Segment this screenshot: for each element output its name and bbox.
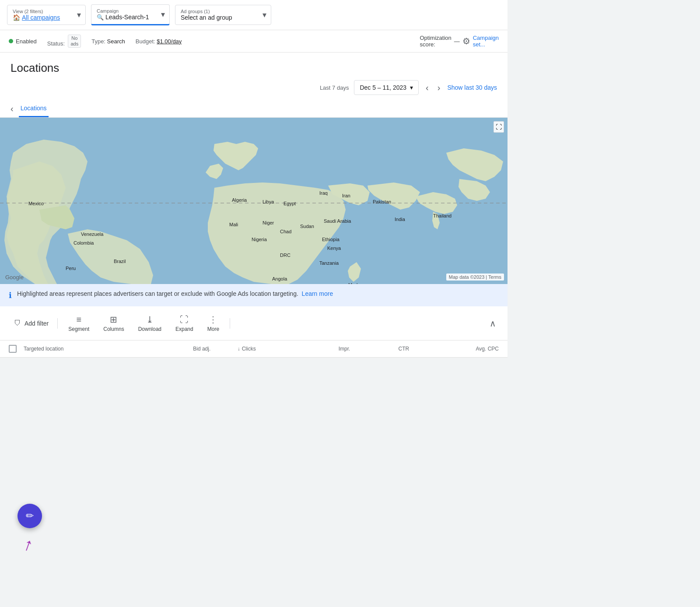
- expand-map-button[interactable]: ⛶: [494, 121, 504, 133]
- svg-text:Madagascar: Madagascar: [348, 282, 375, 284]
- toolbar-divider-1: [57, 318, 58, 329]
- campaign-settings-link[interactable]: Campaignset...: [473, 35, 499, 48]
- edit-icon: ✏: [26, 510, 34, 522]
- table-header: Targeted location Bid adj. ↓ Clicks Impr…: [0, 340, 508, 358]
- info-text: Highlighted areas represent places adver…: [17, 290, 333, 297]
- ad-groups-value: Select an ad group: [181, 14, 232, 21]
- fab-arrow-annotation: ↑: [21, 534, 36, 555]
- svg-text:Kenya: Kenya: [327, 246, 341, 251]
- campaign-value: Leads-Search-1: [105, 14, 149, 21]
- expand-button[interactable]: ⛶ Expand: [168, 312, 200, 335]
- svg-text:India: India: [395, 217, 406, 222]
- select-all-checkbox[interactable]: [9, 345, 17, 353]
- toolbar-right: ∧: [487, 318, 499, 329]
- sort-down-icon: ↓: [238, 346, 240, 352]
- filter-label: Add filter: [24, 320, 49, 327]
- enabled-label: Enabled: [16, 38, 37, 45]
- col-clicks: ↓ Clicks: [238, 346, 309, 352]
- svg-text:Pakistan: Pakistan: [373, 199, 391, 204]
- filter-icon: ⛉: [14, 319, 21, 327]
- info-banner: ℹ Highlighted areas represent places adv…: [0, 284, 508, 306]
- tab-locations[interactable]: Locations: [19, 100, 49, 117]
- segment-label: Segment: [68, 326, 89, 332]
- col-ctr: CTR: [380, 346, 428, 352]
- view-dropdown[interactable]: View (2 filters) 🏠 All campaigns ▾: [7, 5, 86, 25]
- svg-text:Ethiopia: Ethiopia: [322, 237, 340, 242]
- download-button[interactable]: ⤓ Download: [131, 312, 168, 335]
- svg-text:Thailand: Thailand: [433, 213, 452, 218]
- world-map: Mexico Venezuela Colombia Peru Brazil Bo…: [0, 118, 508, 284]
- columns-icon: ⊞: [110, 314, 117, 325]
- more-icon: ⋮: [209, 314, 217, 325]
- date-range-label: Last 7 days: [320, 84, 349, 91]
- col-impr: Impr.: [309, 346, 380, 352]
- ad-groups-dropdown-arrow: ▾: [262, 10, 266, 20]
- toolbar-divider-2: [230, 318, 230, 329]
- toolbar: ⛉ Add filter ≡ Segment ⊞ Columns ⤓ Downl…: [0, 306, 508, 340]
- expand-label: Expand: [175, 326, 193, 332]
- top-filter-bar: View (2 filters) 🏠 All campaigns ▾ Campa…: [0, 0, 508, 30]
- gear-icon[interactable]: ⚙: [462, 36, 470, 46]
- date-picker-arrow: ▾: [410, 84, 413, 91]
- collapse-button[interactable]: ∧: [487, 316, 499, 331]
- enabled-dot: [9, 39, 13, 43]
- svg-text:Libya: Libya: [262, 199, 274, 204]
- download-icon: ⤓: [146, 314, 154, 325]
- view-dropdown-arrow: ▾: [77, 10, 81, 20]
- filter-button[interactable]: ⛉ Add filter: [9, 317, 54, 330]
- campaign-label: Campaign: [97, 8, 164, 14]
- status-item-budget: Budget: $1.00/day: [136, 38, 182, 45]
- ad-groups-label: Ad groups (1): [181, 9, 266, 14]
- ad-groups-dropdown[interactable]: Ad groups (1) Select an ad group ▾: [175, 5, 271, 25]
- optimization-label: Optimizationscore:: [420, 35, 451, 48]
- date-picker[interactable]: Dec 5 – 11, 2023 ▾: [354, 80, 419, 95]
- svg-text:Brazil: Brazil: [114, 259, 126, 264]
- columns-button[interactable]: ⊞ Columns: [96, 312, 131, 335]
- svg-text:Iran: Iran: [342, 193, 350, 198]
- learn-more-link[interactable]: Learn more: [302, 290, 333, 297]
- map-container[interactable]: Mexico Venezuela Colombia Peru Brazil Bo…: [0, 118, 508, 284]
- col-bid-adj: Bid adj.: [166, 346, 238, 352]
- segment-icon: ≡: [76, 315, 81, 325]
- status-item-type: Type: Search: [91, 38, 125, 45]
- optimization-value: —: [454, 38, 460, 45]
- date-next-button[interactable]: ›: [436, 81, 442, 95]
- campaign-dropdown[interactable]: Campaign 🔍 Leads-Search-1 ▾: [91, 4, 170, 25]
- map-data-credit: Map data ©2023 | Terms: [446, 274, 504, 281]
- campaign-icon: 🔍: [97, 14, 104, 21]
- google-logo: Google: [5, 274, 24, 281]
- show-30-days-link[interactable]: Show last 30 days: [447, 84, 497, 91]
- edit-fab[interactable]: ✏: [18, 504, 42, 528]
- svg-text:Tanzania: Tanzania: [319, 260, 339, 266]
- campaign-dropdown-arrow: ▾: [161, 10, 165, 19]
- svg-text:Mexico: Mexico: [28, 201, 44, 206]
- svg-text:Niger: Niger: [262, 220, 274, 225]
- page-title-bar: Locations: [0, 53, 508, 75]
- status-item-status: Status: Noads: [47, 35, 81, 48]
- svg-text:Iraq: Iraq: [319, 190, 328, 196]
- status-bar: Enabled Status: Noads Type: Search Budge…: [0, 30, 508, 53]
- columns-label: Columns: [103, 326, 124, 332]
- svg-text:Egypt: Egypt: [284, 201, 296, 206]
- date-prev-button[interactable]: ‹: [424, 81, 430, 95]
- budget-link[interactable]: $1.00/day: [157, 38, 182, 45]
- col-targeted-location: Targeted location: [24, 346, 166, 352]
- main-content: Locations Last 7 days Dec 5 – 11, 2023 ▾…: [0, 53, 508, 358]
- svg-text:Colombia: Colombia: [74, 240, 94, 246]
- svg-text:Angola: Angola: [272, 276, 287, 281]
- svg-text:Sudan: Sudan: [300, 224, 314, 229]
- segment-button[interactable]: ≡ Segment: [61, 312, 96, 335]
- col-avg-cpc: Avg. CPC: [427, 346, 499, 352]
- more-button[interactable]: ⋮ More: [200, 312, 226, 335]
- no-ads-badge: Noads: [68, 35, 81, 48]
- svg-text:Algeria: Algeria: [232, 197, 247, 203]
- more-label: More: [207, 326, 219, 332]
- back-arrow[interactable]: ‹: [10, 104, 14, 114]
- page-title: Locations: [10, 61, 497, 75]
- svg-text:DRC: DRC: [280, 253, 290, 258]
- view-icon: 🏠: [13, 14, 20, 21]
- svg-text:Mali: Mali: [229, 222, 238, 227]
- tabs-row: ‹ Locations: [0, 100, 508, 118]
- expand-icon: ⛶: [180, 315, 189, 325]
- svg-text:Venezuela: Venezuela: [81, 232, 104, 237]
